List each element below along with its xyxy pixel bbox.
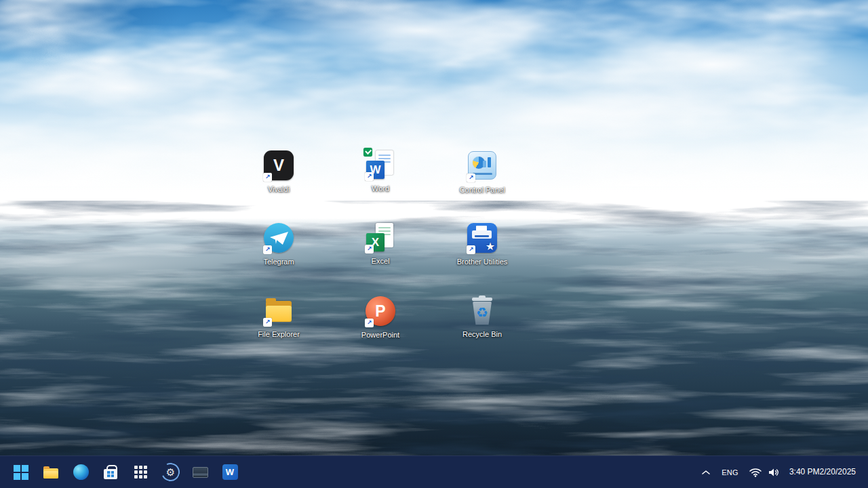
- taskbar-word-button[interactable]: W: [215, 458, 245, 487]
- photos-icon: [193, 467, 208, 478]
- wifi-icon: [749, 468, 762, 477]
- powerpoint-icon: P ↗: [365, 296, 396, 327]
- desktop-icon-brother-utilities[interactable]: ★ ↗ Brother Utilities: [452, 222, 513, 266]
- taskbar-settings-button[interactable]: ⚙: [155, 458, 185, 487]
- taskbar-edge-button[interactable]: [66, 458, 96, 487]
- sync-check-badge-icon: [363, 148, 372, 157]
- desktop-icon-label: Telegram: [252, 258, 306, 266]
- desktop-icon-telegram[interactable]: ↗ Telegram: [248, 222, 309, 266]
- shortcut-arrow-icon: ↗: [467, 245, 475, 254]
- app-grid-icon: [134, 466, 147, 479]
- desktop-icon-recycle-bin[interactable]: ♻ Recycle Bin: [452, 296, 513, 339]
- desktop-icon-excel[interactable]: X ↗ Excel: [350, 222, 411, 266]
- printer-icon: [472, 230, 492, 239]
- chevron-up-icon: [701, 470, 711, 475]
- desktop-icon-label: PowerPoint: [353, 331, 408, 340]
- shortcut-arrow-icon: ↗: [263, 318, 272, 327]
- desktop-icon-file-explorer[interactable]: ↗ File Explorer: [248, 296, 309, 339]
- desktop-icon-label: Excel: [353, 257, 408, 266]
- folder-icon: [43, 468, 58, 479]
- system-tray: ENG 3:40 PM 2/20/2025: [696, 458, 868, 487]
- taskbar: ⚙ W ENG: [0, 455, 868, 488]
- control-panel-icon: ↗: [467, 151, 498, 182]
- language-indicator[interactable]: ENG: [716, 458, 744, 487]
- start-button[interactable]: [6, 458, 36, 487]
- folder-icon: ↗: [263, 296, 294, 327]
- tray-time: 3:40 PM: [789, 467, 820, 477]
- wallpaper-ocean: [0, 218, 868, 488]
- shortcut-arrow-icon: ↗: [263, 245, 272, 254]
- shortcut-arrow-icon: ↗: [365, 245, 374, 253]
- desktop-icon-label: Recycle Bin: [455, 330, 509, 339]
- word-letter: W: [226, 467, 234, 477]
- paper-plane-icon: [270, 232, 288, 245]
- tray-date: 2/20/2025: [820, 467, 856, 477]
- star-icon: ★: [486, 241, 495, 252]
- store-bag-icon: [104, 469, 117, 479]
- desktop-icon-vivaldi[interactable]: V ↗ Vivaldi: [248, 150, 309, 194]
- word-icon: W: [222, 464, 238, 480]
- edge-browser-icon: [73, 464, 89, 480]
- vivaldi-icon: V ↗: [263, 150, 294, 182]
- clock[interactable]: 3:40 PM 2/20/2025: [785, 458, 860, 487]
- network-volume-button[interactable]: [744, 458, 785, 487]
- shortcut-arrow-icon: ↗: [263, 173, 272, 182]
- desktop-icon-control-panel[interactable]: ↗ Control Panel: [452, 150, 513, 195]
- vivaldi-letter: V: [273, 156, 284, 175]
- telegram-icon: ↗: [263, 223, 294, 254]
- taskbar-microsoft-store-button[interactable]: [96, 458, 125, 487]
- shortcut-arrow-icon: ↗: [365, 319, 374, 327]
- hidden-icons-button[interactable]: [696, 458, 716, 487]
- brother-utilities-icon: ★ ↗: [467, 223, 498, 254]
- desktop-icon-label: Control Panel: [455, 186, 509, 195]
- shortcut-arrow-icon: ↗: [365, 172, 374, 181]
- desktop-icon-word[interactable]: W ↗ Word: [350, 150, 411, 193]
- desktop-icon-powerpoint[interactable]: P ↗ PowerPoint: [350, 296, 411, 340]
- recycle-symbol-icon: ♻: [467, 304, 498, 321]
- taskbar-app-grid-button[interactable]: [125, 458, 155, 487]
- recycle-bin-icon: ♻: [467, 296, 498, 327]
- gear-icon: ⚙: [159, 460, 182, 484]
- taskbar-file-explorer-button[interactable]: [36, 458, 66, 487]
- excel-icon: X ↗: [365, 222, 396, 253]
- desktop-icon-label: Word: [353, 184, 408, 193]
- desktop-icon-label: File Explorer: [252, 330, 306, 339]
- shortcut-arrow-icon: ↗: [467, 174, 475, 182]
- windows-logo-icon: [14, 465, 28, 480]
- wallpaper-sky: [0, 0, 868, 234]
- windows-desktop: V ↗ Vivaldi W ↗ Word ↗ Control Panel ↗ T…: [0, 0, 868, 488]
- desktop-icon-label: Vivaldi: [252, 185, 306, 194]
- desktop-icon-label: Brother Utilities: [455, 258, 509, 266]
- taskbar-pinned-apps: ⚙ W: [0, 458, 245, 487]
- word-icon: W ↗: [365, 150, 396, 181]
- powerpoint-letter: P: [375, 302, 385, 321]
- taskbar-photos-button[interactable]: [185, 458, 215, 487]
- speaker-icon: [768, 468, 780, 477]
